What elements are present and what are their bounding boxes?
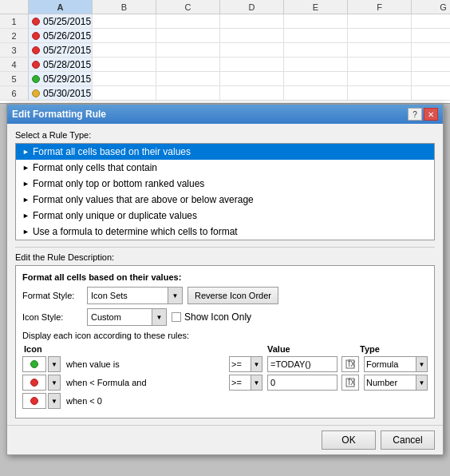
empty-cell[interactable] — [220, 86, 284, 100]
corner-cell — [0, 0, 29, 14]
empty-cell[interactable] — [348, 86, 412, 100]
rule-desc-title: Format all cells based on their values: — [22, 272, 428, 282]
icon-dropdown-arrow-icon[interactable]: ▼ — [48, 375, 61, 391]
ok-button[interactable]: OK — [322, 430, 376, 450]
empty-cell[interactable] — [156, 43, 220, 57]
empty-cell[interactable] — [156, 86, 220, 100]
icon-dropdown-arrow-icon[interactable]: ▼ — [48, 393, 61, 409]
sheet-rows: 105/25/2015205/26/2015305/27/2015405/28/… — [0, 14, 450, 101]
rule-type-item[interactable]: ►Format only cells that contain — [16, 160, 434, 176]
cancel-button[interactable]: Cancel — [381, 430, 435, 450]
show-icon-only-checkbox[interactable] — [172, 312, 181, 322]
empty-cell[interactable] — [284, 14, 348, 28]
empty-cell[interactable] — [348, 43, 412, 57]
rule-desc-box: Format all cells based on their values: … — [15, 265, 435, 418]
table-row[interactable]: 605/30/2015 — [0, 86, 450, 101]
value-col-header: Value — [267, 344, 339, 354]
empty-cell[interactable] — [93, 86, 156, 100]
empty-cell[interactable] — [93, 43, 156, 57]
empty-cell[interactable] — [284, 72, 348, 85]
empty-cell[interactable] — [156, 58, 220, 71]
format-style-dropdown[interactable]: Icon Sets ▼ — [87, 287, 183, 304]
empty-cell[interactable] — [93, 14, 156, 28]
empty-cell[interactable] — [284, 43, 348, 57]
col-header-f[interactable]: F — [348, 0, 412, 14]
icon-dropdown-arrow-icon[interactable]: ▼ — [48, 356, 61, 372]
empty-cell[interactable] — [93, 58, 156, 71]
icon-cell: ▼ — [22, 393, 61, 409]
empty-cell[interactable] — [220, 58, 284, 71]
col-header-e[interactable]: E — [284, 0, 348, 14]
value-input[interactable] — [267, 375, 338, 391]
icon-preview-button[interactable] — [22, 356, 46, 372]
cell-date[interactable]: 05/26/2015 — [29, 29, 93, 42]
value-reference-button[interactable]: fx — [341, 375, 359, 391]
type-dropdown[interactable]: Formula▼ — [364, 356, 428, 372]
empty-cell[interactable] — [220, 72, 284, 85]
table-row[interactable]: 205/26/2015 — [0, 29, 450, 43]
rule-type-item[interactable]: ►Format only values that are above or be… — [16, 192, 434, 208]
table-row[interactable]: 505/29/2015 — [0, 72, 450, 86]
value-input[interactable] — [267, 356, 338, 372]
rule-type-item[interactable]: ►Format only unique or duplicate values — [16, 208, 434, 224]
cell-date[interactable]: 05/30/2015 — [29, 86, 93, 100]
close-button[interactable]: ✕ — [424, 108, 438, 121]
empty-cell[interactable] — [348, 72, 412, 85]
empty-cell[interactable] — [412, 43, 450, 57]
help-button[interactable]: ? — [408, 108, 422, 121]
empty-cell[interactable] — [284, 86, 348, 100]
col-header-g[interactable]: G — [412, 0, 450, 14]
rule-type-item[interactable]: ►Format only top or bottom ranked values — [16, 176, 434, 192]
rule-arrow-icon: ► — [22, 148, 30, 156]
cell-date[interactable]: 05/29/2015 — [29, 72, 93, 85]
icon-preview-button[interactable] — [22, 375, 46, 391]
empty-cell[interactable] — [93, 72, 156, 85]
col-header-c[interactable]: C — [156, 0, 220, 14]
reverse-icon-order-button[interactable]: Reverse Icon Order — [188, 287, 278, 304]
empty-cell[interactable] — [156, 72, 220, 85]
empty-cell[interactable] — [220, 14, 284, 28]
cell-date[interactable]: 05/25/2015 — [29, 14, 93, 28]
rule-arrow-icon: ► — [22, 164, 30, 172]
empty-cell[interactable] — [156, 29, 220, 42]
rule-arrow-icon: ► — [22, 212, 30, 220]
cell-date[interactable]: 05/27/2015 — [29, 43, 93, 57]
cell-date[interactable]: 05/28/2015 — [29, 58, 93, 71]
empty-cell[interactable] — [220, 29, 284, 42]
empty-cell[interactable] — [412, 58, 450, 71]
empty-cell[interactable] — [412, 14, 450, 28]
rule-arrow-icon: ► — [22, 228, 30, 236]
type-arrow-icon: ▼ — [416, 357, 427, 371]
table-row[interactable]: 305/27/2015 — [0, 43, 450, 58]
rule-type-item[interactable]: ►Format all cells based on their values — [16, 144, 434, 160]
table-row[interactable]: 405/28/2015 — [0, 58, 450, 72]
col-header-d[interactable]: D — [220, 0, 284, 14]
type-dropdown[interactable]: Number▼ — [364, 375, 428, 391]
desc-label: Edit the Rule Description: — [15, 252, 435, 262]
empty-cell[interactable] — [284, 58, 348, 71]
empty-cell[interactable] — [412, 72, 450, 85]
icon-preview-button[interactable] — [22, 393, 46, 409]
type-value: Formula — [365, 359, 416, 369]
rule-type-item[interactable]: ►Use a formula to determine which cells … — [16, 224, 434, 240]
icon-col-header: Icon — [24, 343, 81, 355]
dialog-footer: OK Cancel — [7, 425, 443, 454]
col-header-a[interactable]: A — [29, 0, 93, 14]
empty-cell[interactable] — [348, 14, 412, 28]
empty-cell[interactable] — [156, 14, 220, 28]
value-reference-button[interactable]: fx — [341, 356, 359, 372]
empty-cell[interactable] — [93, 29, 156, 42]
format-style-arrow-icon: ▼ — [168, 288, 182, 303]
empty-cell[interactable] — [412, 86, 450, 100]
icon-style-dropdown[interactable]: Custom ▼ — [87, 308, 167, 326]
empty-cell[interactable] — [220, 43, 284, 57]
table-row[interactable]: 105/25/2015 — [0, 14, 450, 29]
titlebar-buttons: ? ✕ — [408, 108, 438, 121]
operator-dropdown[interactable]: >=▼ — [229, 375, 262, 391]
empty-cell[interactable] — [412, 29, 450, 42]
empty-cell[interactable] — [348, 58, 412, 71]
empty-cell[interactable] — [284, 29, 348, 42]
empty-cell[interactable] — [348, 29, 412, 42]
col-header-b[interactable]: B — [93, 0, 156, 14]
operator-dropdown[interactable]: >=▼ — [229, 356, 262, 372]
